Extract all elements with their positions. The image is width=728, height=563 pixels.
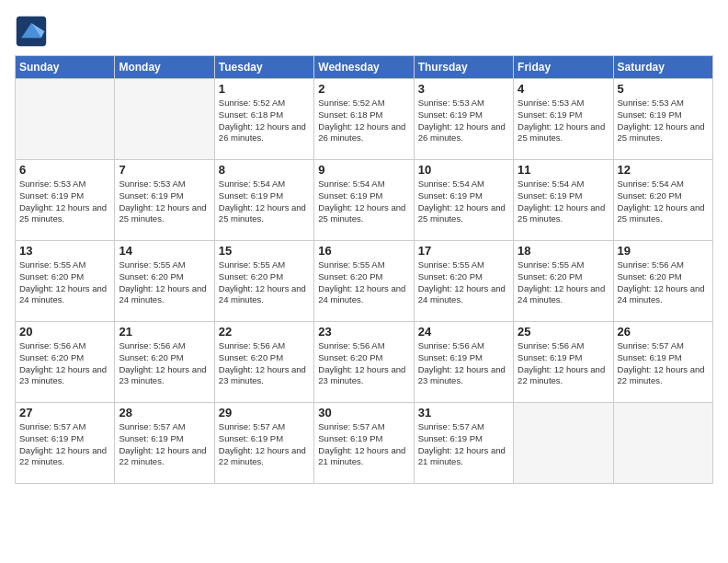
- day-number: 15: [219, 244, 310, 258]
- day-info: Sunrise: 5:52 AM Sunset: 6:18 PM Dayligh…: [219, 98, 310, 144]
- day-of-week-header: Monday: [115, 56, 214, 79]
- day-info: Sunrise: 5:55 AM Sunset: 6:20 PM Dayligh…: [518, 259, 609, 306]
- calendar-day-cell: 23Sunrise: 5:56 AM Sunset: 6:20 PM Dayli…: [314, 322, 414, 403]
- calendar-day-cell: 29Sunrise: 5:57 AM Sunset: 6:19 PM Dayli…: [214, 403, 313, 484]
- calendar-day-cell: 20Sunrise: 5:56 AM Sunset: 6:20 PM Dayli…: [16, 322, 115, 403]
- calendar-day-cell: 3Sunrise: 5:53 AM Sunset: 6:19 PM Daylig…: [414, 79, 513, 160]
- day-info: Sunrise: 5:57 AM Sunset: 6:19 PM Dayligh…: [119, 421, 210, 468]
- calendar-day-cell: [16, 79, 115, 160]
- calendar-day-cell: 24Sunrise: 5:56 AM Sunset: 6:19 PM Dayli…: [414, 322, 513, 403]
- calendar-day-cell: 19Sunrise: 5:56 AM Sunset: 6:20 PM Dayli…: [613, 241, 712, 322]
- day-info: Sunrise: 5:55 AM Sunset: 6:20 PM Dayligh…: [418, 259, 509, 306]
- calendar-day-cell: 5Sunrise: 5:53 AM Sunset: 6:19 PM Daylig…: [613, 79, 712, 160]
- day-info: Sunrise: 5:53 AM Sunset: 6:19 PM Dayligh…: [19, 178, 110, 225]
- day-number: 1: [219, 82, 310, 96]
- calendar-day-cell: 22Sunrise: 5:56 AM Sunset: 6:20 PM Dayli…: [214, 322, 313, 403]
- calendar-day-cell: 16Sunrise: 5:55 AM Sunset: 6:20 PM Dayli…: [314, 241, 414, 322]
- calendar-day-cell: 9Sunrise: 5:54 AM Sunset: 6:19 PM Daylig…: [314, 160, 414, 241]
- day-number: 6: [19, 163, 110, 177]
- day-info: Sunrise: 5:57 AM Sunset: 6:19 PM Dayligh…: [418, 421, 509, 468]
- day-info: Sunrise: 5:53 AM Sunset: 6:19 PM Dayligh…: [518, 98, 609, 144]
- day-number: 17: [418, 244, 509, 258]
- day-info: Sunrise: 5:54 AM Sunset: 6:20 PM Dayligh…: [618, 178, 709, 225]
- calendar-day-cell: [514, 403, 613, 484]
- calendar-day-cell: 13Sunrise: 5:55 AM Sunset: 6:20 PM Dayli…: [16, 241, 115, 322]
- calendar-day-cell: 18Sunrise: 5:55 AM Sunset: 6:20 PM Dayli…: [514, 241, 613, 322]
- day-number: 31: [418, 406, 509, 419]
- day-info: Sunrise: 5:56 AM Sunset: 6:20 PM Dayligh…: [119, 340, 210, 387]
- day-number: 9: [318, 163, 409, 177]
- day-info: Sunrise: 5:56 AM Sunset: 6:20 PM Dayligh…: [318, 340, 409, 387]
- day-number: 20: [19, 325, 110, 339]
- page-header: [15, 15, 713, 48]
- day-number: 28: [119, 406, 210, 419]
- calendar-day-cell: 28Sunrise: 5:57 AM Sunset: 6:19 PM Dayli…: [115, 403, 214, 484]
- day-number: 21: [119, 325, 210, 339]
- day-number: 12: [618, 163, 709, 177]
- logo: [15, 15, 50, 48]
- day-info: Sunrise: 5:54 AM Sunset: 6:19 PM Dayligh…: [518, 178, 609, 225]
- calendar-day-cell: 10Sunrise: 5:54 AM Sunset: 6:19 PM Dayli…: [414, 160, 513, 241]
- day-number: 11: [518, 163, 609, 177]
- calendar-day-cell: 21Sunrise: 5:56 AM Sunset: 6:20 PM Dayli…: [115, 322, 214, 403]
- day-info: Sunrise: 5:57 AM Sunset: 6:19 PM Dayligh…: [219, 421, 310, 468]
- day-info: Sunrise: 5:53 AM Sunset: 6:19 PM Dayligh…: [119, 178, 210, 225]
- day-number: 8: [219, 163, 310, 177]
- day-number: 26: [618, 325, 709, 339]
- calendar-day-cell: [613, 403, 712, 484]
- day-number: 7: [119, 163, 210, 177]
- calendar-day-cell: 4Sunrise: 5:53 AM Sunset: 6:19 PM Daylig…: [514, 79, 613, 160]
- day-info: Sunrise: 5:56 AM Sunset: 6:20 PM Dayligh…: [219, 340, 310, 387]
- calendar-week-row: 27Sunrise: 5:57 AM Sunset: 6:19 PM Dayli…: [16, 403, 713, 484]
- day-of-week-header: Tuesday: [214, 56, 313, 79]
- day-of-week-header: Friday: [514, 56, 613, 79]
- day-of-week-header: Sunday: [16, 56, 115, 79]
- day-info: Sunrise: 5:54 AM Sunset: 6:19 PM Dayligh…: [219, 178, 310, 225]
- day-of-week-header: Wednesday: [314, 56, 414, 79]
- calendar-day-cell: 1Sunrise: 5:52 AM Sunset: 6:18 PM Daylig…: [214, 79, 313, 160]
- day-info: Sunrise: 5:56 AM Sunset: 6:20 PM Dayligh…: [618, 259, 709, 306]
- day-number: 18: [518, 244, 609, 258]
- day-info: Sunrise: 5:55 AM Sunset: 6:20 PM Dayligh…: [219, 259, 310, 306]
- calendar-day-cell: 30Sunrise: 5:57 AM Sunset: 6:19 PM Dayli…: [314, 403, 414, 484]
- day-info: Sunrise: 5:54 AM Sunset: 6:19 PM Dayligh…: [418, 178, 509, 225]
- day-number: 29: [219, 406, 310, 419]
- day-number: 2: [318, 82, 409, 96]
- calendar-day-cell: 27Sunrise: 5:57 AM Sunset: 6:19 PM Dayli…: [16, 403, 115, 484]
- calendar-day-cell: 11Sunrise: 5:54 AM Sunset: 6:19 PM Dayli…: [514, 160, 613, 241]
- day-number: 27: [19, 406, 110, 419]
- day-info: Sunrise: 5:55 AM Sunset: 6:20 PM Dayligh…: [318, 259, 409, 306]
- day-info: Sunrise: 5:54 AM Sunset: 6:19 PM Dayligh…: [318, 178, 409, 225]
- day-info: Sunrise: 5:53 AM Sunset: 6:19 PM Dayligh…: [418, 98, 509, 144]
- day-info: Sunrise: 5:57 AM Sunset: 6:19 PM Dayligh…: [19, 421, 110, 468]
- day-number: 10: [418, 163, 509, 177]
- calendar-day-cell: 31Sunrise: 5:57 AM Sunset: 6:19 PM Dayli…: [414, 403, 513, 484]
- day-number: 13: [19, 244, 110, 258]
- calendar-day-cell: 14Sunrise: 5:55 AM Sunset: 6:20 PM Dayli…: [115, 241, 214, 322]
- day-number: 23: [318, 325, 409, 339]
- calendar-day-cell: 25Sunrise: 5:56 AM Sunset: 6:19 PM Dayli…: [514, 322, 613, 403]
- day-info: Sunrise: 5:56 AM Sunset: 6:19 PM Dayligh…: [418, 340, 509, 387]
- calendar-day-cell: 12Sunrise: 5:54 AM Sunset: 6:20 PM Dayli…: [613, 160, 712, 241]
- day-number: 19: [618, 244, 709, 258]
- day-info: Sunrise: 5:57 AM Sunset: 6:19 PM Dayligh…: [318, 421, 409, 468]
- calendar-day-cell: 26Sunrise: 5:57 AM Sunset: 6:19 PM Dayli…: [613, 322, 712, 403]
- day-info: Sunrise: 5:57 AM Sunset: 6:19 PM Dayligh…: [618, 340, 709, 387]
- day-number: 25: [518, 325, 609, 339]
- day-info: Sunrise: 5:52 AM Sunset: 6:18 PM Dayligh…: [318, 98, 409, 144]
- day-of-week-header: Saturday: [613, 56, 712, 79]
- calendar-week-row: 1Sunrise: 5:52 AM Sunset: 6:18 PM Daylig…: [16, 79, 713, 160]
- day-number: 16: [318, 244, 409, 258]
- day-number: 5: [618, 82, 709, 96]
- calendar-day-cell: 2Sunrise: 5:52 AM Sunset: 6:18 PM Daylig…: [314, 79, 414, 160]
- calendar-day-cell: 7Sunrise: 5:53 AM Sunset: 6:19 PM Daylig…: [115, 160, 214, 241]
- day-number: 24: [418, 325, 509, 339]
- day-number: 30: [318, 406, 409, 419]
- calendar-day-cell: 6Sunrise: 5:53 AM Sunset: 6:19 PM Daylig…: [16, 160, 115, 241]
- calendar-week-row: 13Sunrise: 5:55 AM Sunset: 6:20 PM Dayli…: [16, 241, 713, 322]
- day-of-week-header: Thursday: [414, 56, 513, 79]
- day-info: Sunrise: 5:55 AM Sunset: 6:20 PM Dayligh…: [19, 259, 110, 306]
- calendar-day-cell: 15Sunrise: 5:55 AM Sunset: 6:20 PM Dayli…: [214, 241, 313, 322]
- day-info: Sunrise: 5:53 AM Sunset: 6:19 PM Dayligh…: [618, 98, 709, 144]
- calendar-day-cell: [115, 79, 214, 160]
